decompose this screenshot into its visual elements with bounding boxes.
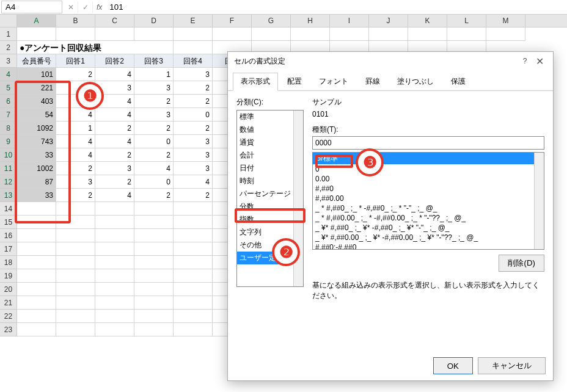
cell[interactable]	[95, 283, 134, 296]
type-item[interactable]: #,##0	[313, 184, 544, 194]
row-header[interactable]: 2	[0, 41, 17, 54]
cell[interactable]: 4	[56, 148, 95, 162]
name-box[interactable]	[1, 1, 62, 13]
cell[interactable]: 1092	[17, 122, 56, 135]
cell[interactable]: 3	[174, 162, 213, 175]
cell[interactable]: 1	[134, 68, 174, 81]
cell[interactable]: 4	[134, 162, 174, 175]
close-icon[interactable]: ✕	[532, 56, 547, 67]
row-header[interactable]: 17	[0, 242, 17, 256]
col-header[interactable]: C	[95, 15, 134, 27]
cell[interactable]: 33	[17, 189, 56, 202]
tab-font[interactable]: フォント	[311, 73, 356, 90]
cell[interactable]: 4	[95, 135, 134, 148]
cell[interactable]: 403	[17, 95, 56, 108]
cell[interactable]	[56, 27, 95, 41]
cell[interactable]: 3	[95, 81, 134, 95]
cell[interactable]: 3	[134, 81, 174, 95]
cell[interactable]	[95, 27, 134, 41]
cell[interactable]	[95, 310, 134, 323]
row-header[interactable]: 23	[0, 323, 17, 336]
cell[interactable]	[174, 269, 213, 283]
type-item[interactable]: _ ¥* #,##0.00_ ;_ ¥* -#,##0.00_ ;_ ¥* "-…	[313, 233, 544, 242]
cell[interactable]: 3	[134, 108, 174, 122]
type-item[interactable]: _ * #,##0.00_ ;_ * -#,##0.00_ ;_ * "-"??…	[313, 213, 544, 223]
cell[interactable]	[17, 216, 56, 229]
cell[interactable]: 会員番号	[17, 54, 56, 68]
type-list[interactable]: G/標準 0 0.00 #,##0 #,##0.00 _ * #,##0_ ;_…	[312, 152, 544, 250]
row-header[interactable]: 1	[0, 27, 17, 41]
confirm-icon[interactable]: ✓	[78, 1, 93, 13]
formula-input[interactable]	[106, 1, 567, 13]
cell[interactable]	[17, 242, 56, 256]
cell[interactable]: 3	[174, 135, 213, 148]
cell[interactable]: 2	[134, 148, 174, 162]
cell[interactable]: 221	[17, 81, 56, 95]
row-header[interactable]: 3	[0, 54, 17, 68]
row-header[interactable]: 11	[0, 162, 17, 175]
row-header[interactable]: 16	[0, 229, 17, 242]
cell[interactable]	[95, 216, 134, 229]
type-item[interactable]: _ ¥* #,##0_ ;_ ¥* -#,##0_ ;_ ¥* "-"_ ;_ …	[313, 223, 544, 233]
cell[interactable]	[17, 323, 56, 336]
cell[interactable]	[174, 283, 213, 296]
cell[interactable]: 3	[95, 162, 134, 175]
cell[interactable]	[291, 27, 330, 41]
cell[interactable]: 回答2	[95, 54, 134, 68]
cell[interactable]: 0	[134, 135, 174, 148]
col-header[interactable]: G	[252, 15, 291, 27]
cell[interactable]	[56, 202, 95, 216]
col-header[interactable]: L	[447, 15, 486, 27]
cell[interactable]	[17, 27, 56, 41]
col-header[interactable]: A	[17, 15, 56, 27]
cell[interactable]	[134, 269, 174, 283]
type-item[interactable]: 0.00	[313, 174, 544, 184]
cell[interactable]	[174, 216, 213, 229]
delete-button[interactable]: 削除(D)	[499, 255, 544, 272]
cell[interactable]: 2	[134, 189, 174, 202]
cell[interactable]	[56, 283, 95, 296]
cell[interactable]	[56, 216, 95, 229]
cell[interactable]: 4	[95, 189, 134, 202]
cell[interactable]	[17, 202, 56, 216]
cell[interactable]: 2	[56, 95, 95, 108]
row-header[interactable]: 20	[0, 283, 17, 296]
cell[interactable]	[95, 242, 134, 256]
cell[interactable]	[174, 310, 213, 323]
row-header[interactable]: 15	[0, 216, 17, 229]
col-header[interactable]: H	[291, 15, 330, 27]
cell[interactable]	[95, 202, 134, 216]
row-header[interactable]: 22	[0, 310, 17, 323]
help-icon[interactable]: ?	[518, 57, 532, 65]
row-header[interactable]: 5	[0, 81, 17, 95]
cell[interactable]: 2	[95, 148, 134, 162]
cell[interactable]: 3	[174, 148, 213, 162]
cell[interactable]	[174, 229, 213, 242]
cell[interactable]	[17, 283, 56, 296]
tab-border[interactable]: 罫線	[357, 73, 388, 90]
cell[interactable]: 2	[174, 122, 213, 135]
ok-button[interactable]: OK	[433, 357, 473, 374]
cell[interactable]: 87	[17, 175, 56, 189]
cell[interactable]	[174, 202, 213, 216]
cell[interactable]: 4	[56, 135, 95, 148]
col-header[interactable]: K	[408, 15, 447, 27]
cell[interactable]	[134, 323, 174, 336]
col-header[interactable]: F	[213, 15, 252, 27]
cell[interactable]: 2	[174, 189, 213, 202]
cell[interactable]	[134, 296, 174, 310]
type-item[interactable]: #,##0;-#,##0	[313, 242, 544, 250]
cell[interactable]	[95, 229, 134, 242]
cell[interactable]: 4	[95, 95, 134, 108]
cell[interactable]: 3	[56, 175, 95, 189]
row-header[interactable]: 7	[0, 108, 17, 122]
cell[interactable]	[56, 323, 95, 336]
row-header[interactable]: 18	[0, 256, 17, 269]
cell[interactable]	[134, 310, 174, 323]
col-header[interactable]: E	[174, 15, 213, 27]
type-item[interactable]: #,##0.00	[313, 194, 544, 203]
cell[interactable]	[56, 242, 95, 256]
cell[interactable]	[213, 27, 252, 41]
cell[interactable]	[134, 256, 174, 269]
cell[interactable]: 1	[56, 122, 95, 135]
